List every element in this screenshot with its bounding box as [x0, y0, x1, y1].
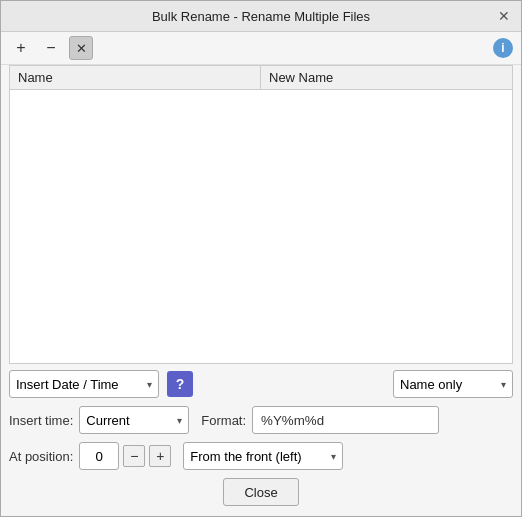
- name-only-dropdown[interactable]: Name only ▾: [393, 370, 513, 398]
- delete-button[interactable]: ✕: [69, 36, 93, 60]
- insert-time-value: Current: [86, 413, 129, 428]
- name-only-label: Name only: [400, 377, 462, 392]
- table-body: [10, 90, 512, 363]
- info-button[interactable]: i: [493, 38, 513, 58]
- position-plus-button[interactable]: +: [149, 445, 171, 467]
- position-group: − +: [79, 442, 171, 470]
- insert-date-time-dropdown[interactable]: Insert Date / Time ▾: [9, 370, 159, 398]
- at-position-label: At position:: [9, 449, 73, 464]
- insert-time-dropdown[interactable]: Current ▾: [79, 406, 189, 434]
- insert-time-arrow: ▾: [177, 415, 182, 426]
- title-bar: Bulk Rename - Rename Multiple Files ✕: [1, 1, 521, 32]
- window-title: Bulk Rename - Rename Multiple Files: [27, 9, 495, 24]
- col-new-name-header: New Name: [261, 66, 512, 89]
- main-window: Bulk Rename - Rename Multiple Files ✕ + …: [0, 0, 522, 517]
- row3: At position: − + From the front (left) ▾: [9, 442, 513, 470]
- from-label: From the front (left): [190, 449, 301, 464]
- row2: Insert time: Current ▾ Format:: [9, 406, 513, 434]
- from-dropdown[interactable]: From the front (left) ▾: [183, 442, 343, 470]
- close-button[interactable]: Close: [223, 478, 298, 506]
- col-name-header: Name: [10, 66, 261, 89]
- position-minus-button[interactable]: −: [123, 445, 145, 467]
- insert-time-label: Insert time:: [9, 413, 73, 428]
- insert-time-group: Insert time: Current ▾: [9, 406, 189, 434]
- from-arrow: ▾: [331, 451, 336, 462]
- format-label: Format:: [201, 413, 246, 428]
- format-group: Format:: [201, 406, 439, 434]
- name-only-arrow: ▾: [501, 379, 506, 390]
- bottom-controls: Insert Date / Time ▾ ? Name only ▾ Inser…: [1, 364, 521, 516]
- format-input[interactable]: [252, 406, 439, 434]
- position-input[interactable]: [79, 442, 119, 470]
- add-button[interactable]: +: [9, 36, 33, 60]
- insert-date-time-label: Insert Date / Time: [16, 377, 119, 392]
- delete-icon: ✕: [76, 41, 87, 56]
- insert-date-time-arrow: ▾: [147, 379, 152, 390]
- minus-button[interactable]: −: [39, 36, 63, 60]
- window-close-button[interactable]: ✕: [495, 7, 513, 25]
- file-table: Name New Name: [9, 65, 513, 364]
- row1: Insert Date / Time ▾ ? Name only ▾: [9, 370, 513, 398]
- help-button[interactable]: ?: [167, 371, 193, 397]
- toolbar: + − ✕ i: [1, 32, 521, 65]
- at-position-group: At position: − +: [9, 442, 171, 470]
- row4: Close: [9, 478, 513, 510]
- table-header: Name New Name: [10, 66, 512, 90]
